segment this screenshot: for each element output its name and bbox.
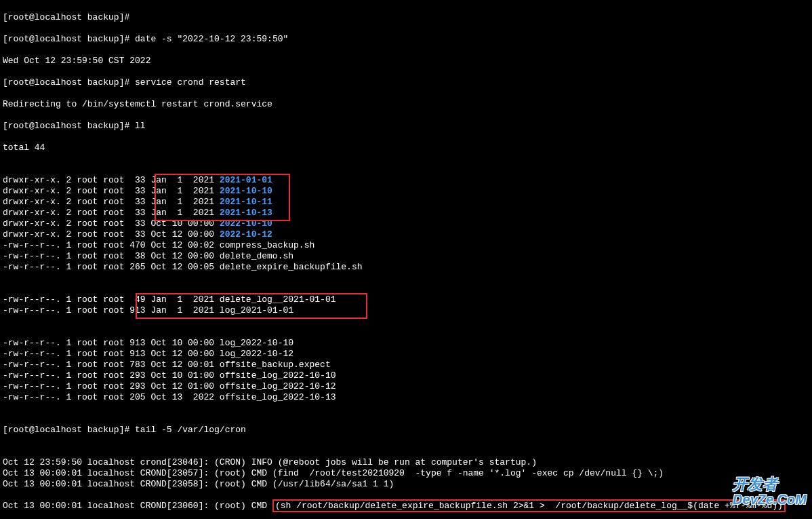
terminal-output[interactable]: [root@localhost backup]# [root@localhost… <box>0 0 812 519</box>
directory-name: 2021-01-01 <box>220 175 272 185</box>
file-perms: drwxr-xr-x. 2 root root 33 <box>3 208 150 218</box>
shell-prompt: [root@localhost backup]# <box>3 12 135 22</box>
cron-log-line: Oct 13 00:00:01 localhost CROND[23057]: … <box>3 468 809 479</box>
cron-highlighted-line: Oct 13 00:00:01 localhost CROND[23060]: … <box>3 501 809 512</box>
file-listing-row: drwxr-xr-x. 2 root root 33 Jan 1 2021 20… <box>3 208 809 218</box>
cron-log-line: Oct 12 23:59:50 localhost crond[23046]: … <box>3 457 809 468</box>
file-listing-row: -rw-r--r--. 1 root root 265 Oct 12 00:05… <box>3 262 809 273</box>
file-listing-row: drwxr-xr-x. 2 root root 33 Oct 12 00:00 … <box>3 229 809 240</box>
file-listing-row: -rw-r--r--. 1 root root 38 Oct 12 00:00 … <box>3 251 809 262</box>
file-listing-row: -rw-r--r--. 1 root root 293 Oct 12 01:00… <box>3 381 809 392</box>
file-perms: -rw-r--r--. 1 root root <box>3 294 135 305</box>
command-text: date -s "2022-10-12 23:59:50" <box>135 34 288 44</box>
file-listing-row: -rw-r--r--. 1 root root 783 Oct 12 00:01… <box>3 360 809 370</box>
command-text: service crond restart <box>135 77 246 88</box>
shell-prompt: [root@localhost backup]# <box>3 34 135 44</box>
file-listing-row: drwxr-xr-x. 2 root root 33 Jan 1 2021 20… <box>3 175 809 186</box>
file-perms: drwxr-xr-x. 2 root root 33 <box>3 175 150 185</box>
file-perms: drwxr-xr-x. 2 root root 33 Oct 12 00:00 <box>3 229 220 239</box>
file-listing-row: drwxr-xr-x. 2 root root 33 Jan 1 2021 20… <box>3 186 809 197</box>
file-listing-row: drwxr-xr-x. 2 root root 33 Jan 1 2021 20… <box>3 197 809 208</box>
file-listing-row: -rw-r--r--. 1 root root 49 Jan 1 2021 de… <box>3 294 809 305</box>
file-date: Jan 1 2021 <box>150 208 219 218</box>
cron-line-prefix: Oct 13 00:00:01 localhost CROND[23060]: … <box>3 501 272 511</box>
cron-log-line: Oct 13 00:00:01 localhost CROND[23058]: … <box>3 479 809 490</box>
directory-name: 2021-10-13 <box>220 208 272 218</box>
file-listing-row: -rw-r--r--. 1 root root 293 Oct 10 01:00… <box>3 370 809 381</box>
file-date: Jan 1 2021 <box>150 197 219 207</box>
file-details: 13 Jan 1 2021 log_2021-01-01 <box>135 305 336 315</box>
file-listing-row: -rw-r--r--. 1 root root 470 Oct 12 00:02… <box>3 240 809 251</box>
service-output: Redirecting to /bin/systemctl restart cr… <box>3 99 809 110</box>
file-perms: drwxr-xr-x. 2 root root 33 <box>3 186 150 196</box>
file-listing-row: -rw-r--r--. 1 root root 913 Jan 1 2021 l… <box>3 305 809 316</box>
file-details: 49 Jan 1 2021 delete_log__2021-01-01 <box>135 294 336 305</box>
date-output: Wed Oct 12 23:59:50 CST 2022 <box>3 56 809 66</box>
shell-prompt: [root@localhost backup]# <box>3 425 135 435</box>
shell-prompt: [root@localhost backup]# <box>3 121 135 131</box>
cron-log-output: Oct 12 23:59:50 localhost crond[23046]: … <box>3 457 809 490</box>
total-line: total 44 <box>3 142 809 153</box>
file-listing-row: -rw-r--r--. 1 root root 205 Oct 13 2022 … <box>3 392 809 403</box>
directory-name: 2021-10-11 <box>220 197 272 207</box>
file-perms: drwxr-xr-x. 2 root root 33 <box>3 197 150 207</box>
file-listing-1: drwxr-xr-x. 2 root root 33 Jan 1 2021 20… <box>3 175 809 273</box>
shell-prompt: [root@localhost backup]# <box>3 77 135 88</box>
directory-name: 2022-10-10 <box>220 218 272 229</box>
directory-name: 2021-10-10 <box>220 186 272 196</box>
file-listing-row: -rw-r--r--. 1 root root 913 Oct 12 00:00… <box>3 349 809 360</box>
highlighted-command-box: (sh /root/backup/delete_expire_backupfil… <box>272 499 786 512</box>
command-text: ll <box>135 121 146 131</box>
file-listing-1-rest: -rw-r--r--. 1 root root 913 Oct 10 00:00… <box>3 338 809 403</box>
file-perms: drwxr-xr-x. 2 root root 33 Oct 10 00:00 <box>3 218 220 229</box>
file-perms: -rw-r--r--. 1 root root 9 <box>3 305 135 315</box>
file-listing-row: -rw-r--r--. 1 root root 913 Oct 10 00:00… <box>3 338 809 349</box>
directory-name: 2022-10-12 <box>220 229 272 239</box>
file-date: Jan 1 2021 <box>150 175 219 185</box>
file-listing-row: drwxr-xr-x. 2 root root 33 Oct 10 00:00 … <box>3 218 809 229</box>
highlighted-files-box: -rw-r--r--. 1 root root 49 Jan 1 2021 de… <box>3 294 809 316</box>
file-date: Jan 1 2021 <box>150 186 219 196</box>
command-text: tail -5 /var/log/cron <box>135 425 246 435</box>
